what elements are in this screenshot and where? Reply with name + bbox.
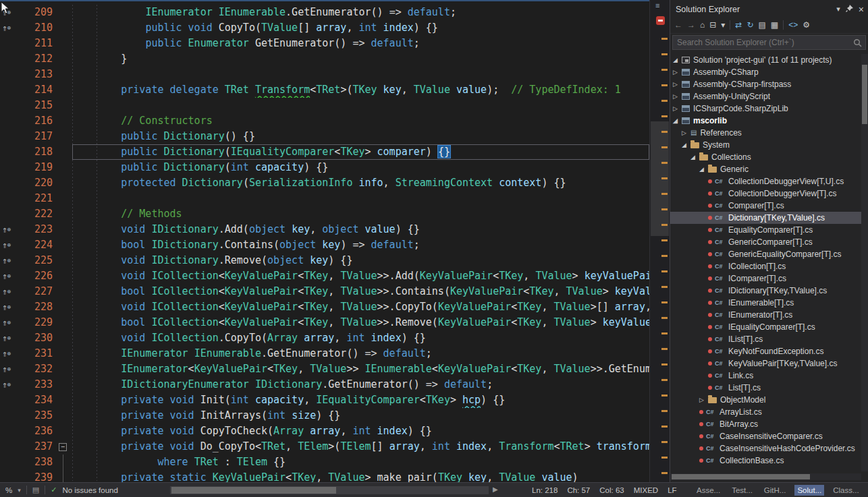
code-line[interactable]: 234 private void Init(int capacity, IEqu… bbox=[0, 392, 649, 408]
code-text[interactable]: } bbox=[72, 51, 649, 67]
line-number[interactable]: 231 bbox=[18, 346, 55, 361]
code-line[interactable]: 237− private void Do_CopyTo<TRet, TElem>… bbox=[0, 439, 649, 455]
tree-item[interactable]: C#Link.cs bbox=[670, 370, 868, 382]
glyph-margin[interactable] bbox=[0, 206, 18, 222]
line-number[interactable]: 215 bbox=[18, 98, 55, 113]
line-number[interactable]: 216 bbox=[18, 113, 55, 129]
tree-item[interactable]: C#GenericComparer[T].cs bbox=[670, 236, 868, 248]
tree-item[interactable]: ▷Assembly-CSharp-firstpass bbox=[670, 78, 868, 90]
pin-icon[interactable] bbox=[846, 5, 853, 13]
code-text[interactable]: void ICollection<KeyValuePair<TKey, TVal… bbox=[72, 299, 649, 315]
glyph-margin[interactable]: ⇑⊕ bbox=[0, 268, 18, 284]
tree-item[interactable]: C#IComparer[T].cs bbox=[670, 272, 868, 285]
tree-item[interactable]: ▷Assembly-CSharp bbox=[670, 66, 868, 78]
line-number[interactable]: 213 bbox=[18, 67, 55, 82]
copy-icon[interactable]: ▤ bbox=[758, 21, 765, 29]
glyph-margin[interactable] bbox=[0, 51, 18, 67]
code-text[interactable]: // Constructors bbox=[72, 113, 649, 129]
scrollbar-thumb[interactable] bbox=[171, 487, 336, 494]
glyph-margin[interactable]: ⇑⊕ bbox=[0, 222, 18, 237]
code-text[interactable]: private void Init(int capacity, IEqualit… bbox=[72, 392, 649, 408]
code-text[interactable]: public Dictionary(int capacity) {} bbox=[72, 160, 649, 175]
code-text[interactable]: private static KeyValuePair<TKey, TValue… bbox=[72, 470, 649, 482]
code-line[interactable]: ⇑⊕233 IDictionaryEnumerator IDictionary.… bbox=[0, 377, 649, 392]
code-text[interactable]: private void CopyToCheck(Array array, in… bbox=[72, 423, 649, 439]
code-text[interactable] bbox=[72, 67, 649, 82]
glyph-margin[interactable] bbox=[0, 191, 18, 206]
code-text[interactable]: private void InitArrays(int size) {} bbox=[72, 408, 649, 423]
expander-icon[interactable]: ▷ bbox=[673, 105, 682, 112]
code-text[interactable] bbox=[72, 98, 649, 113]
tree-item[interactable]: ▷References bbox=[670, 127, 868, 139]
tree-item[interactable]: C#CollectionDebuggerView[T,U].cs bbox=[670, 175, 868, 187]
expander-icon[interactable]: ▷ bbox=[673, 93, 682, 100]
code-text[interactable]: void IDictionary.Add(object key, object … bbox=[72, 222, 649, 237]
glyph-margin[interactable]: ⇑⊕ bbox=[0, 299, 18, 315]
line-number[interactable]: 217 bbox=[18, 129, 55, 144]
tree-item[interactable]: C#ICollection[T].cs bbox=[670, 260, 868, 272]
code-line[interactable]: ⇑⊕226 void ICollection<KeyValuePair<TKey… bbox=[0, 268, 649, 284]
tree-item[interactable]: C#KeyNotFoundException.cs bbox=[670, 345, 868, 357]
code-text[interactable]: public void CopyTo(TValue[] array, int i… bbox=[72, 20, 649, 36]
code-line[interactable]: 215 bbox=[0, 98, 649, 113]
collapse-region-icon[interactable]: − bbox=[59, 443, 67, 451]
code-line[interactable]: ⇑⊕232 IEnumerator<KeyValuePair<TKey, TVa… bbox=[0, 361, 649, 377]
code-line[interactable]: 235 private void InitArrays(int size) {} bbox=[0, 408, 649, 423]
code-text[interactable]: // Methods bbox=[72, 206, 649, 222]
char-indicator[interactable]: Ch: 57 bbox=[567, 486, 590, 494]
panel-title-bar[interactable]: Solution Explorer ▾ × bbox=[670, 0, 868, 17]
line-number[interactable]: 224 bbox=[18, 237, 55, 253]
glyph-margin[interactable]: ⇑⊕ bbox=[0, 253, 18, 268]
code-text[interactable]: public Dictionary(IEqualityComparer<TKey… bbox=[72, 144, 649, 160]
code-text[interactable] bbox=[72, 191, 649, 206]
expander-icon[interactable]: ◢ bbox=[673, 57, 682, 63]
glyph-margin[interactable] bbox=[0, 36, 18, 51]
panel-vertical-scrollbar[interactable] bbox=[861, 54, 868, 471]
glyph-margin[interactable]: ⇑⊕ bbox=[0, 330, 18, 346]
code-text[interactable]: IEnumerator IEnumerable.GetEnumerator() … bbox=[72, 346, 649, 361]
indentation-indicator[interactable]: MIXED bbox=[634, 486, 658, 494]
glyph-margin[interactable] bbox=[0, 113, 18, 129]
glyph-margin[interactable] bbox=[0, 144, 18, 160]
column-indicator[interactable]: Col: 63 bbox=[599, 486, 624, 494]
tree-item[interactable]: C#IList[T].cs bbox=[670, 333, 868, 345]
show-all-files-icon[interactable]: ▦ bbox=[771, 21, 778, 29]
line-number[interactable]: 239 bbox=[18, 470, 55, 482]
glyph-margin[interactable] bbox=[0, 408, 18, 423]
tree-item[interactable]: C#EqualityComparer[T].cs bbox=[670, 224, 868, 236]
scrollbar-thumb[interactable] bbox=[672, 474, 810, 479]
code-line[interactable]: 218 public Dictionary(IEqualityComparer<… bbox=[0, 144, 649, 160]
tree-item[interactable]: C#IDictionary[TKey,TValue].cs bbox=[670, 285, 868, 297]
code-text[interactable]: private void Do_CopyTo<TRet, TElem>(TEle… bbox=[72, 439, 649, 455]
window-position-icon[interactable]: ▾ bbox=[836, 5, 840, 13]
glyph-margin[interactable] bbox=[0, 455, 18, 470]
home-icon[interactable]: ⌂ bbox=[700, 21, 705, 29]
code-text[interactable]: void IDictionary.Remove(object key) {} bbox=[72, 253, 649, 268]
code-text[interactable]: public Enumerator GetEnumerator() => def… bbox=[72, 36, 649, 51]
glyph-margin[interactable]: ⇑⊕ bbox=[0, 377, 18, 392]
close-icon[interactable]: × bbox=[859, 4, 864, 15]
code-text[interactable]: public Dictionary() {} bbox=[72, 129, 649, 144]
line-indicator[interactable]: Ln: 218 bbox=[532, 486, 558, 494]
line-number[interactable]: 220 bbox=[18, 175, 55, 191]
tree-item[interactable]: ◢Solution 'project-gui' (11 of 11 projec… bbox=[670, 54, 868, 66]
properties-icon[interactable]: ⚙ bbox=[803, 21, 810, 29]
scroll-right-icon[interactable]: ▶ bbox=[493, 486, 498, 493]
scrollbar-thumb[interactable] bbox=[862, 65, 867, 124]
glyph-margin[interactable] bbox=[0, 82, 18, 98]
tree-item[interactable]: ▷ICSharpCode.SharpZipLib bbox=[670, 103, 868, 115]
tree-item[interactable]: ◢mscorlib bbox=[670, 115, 868, 127]
line-number[interactable]: 212 bbox=[18, 51, 55, 67]
code-text[interactable]: IEnumerator IEnumerable.GetEnumerator() … bbox=[72, 5, 649, 20]
glyph-margin[interactable] bbox=[0, 98, 18, 113]
code-line[interactable]: ⇑⊕224 bool IDictionary.Contains(object k… bbox=[0, 237, 649, 253]
panel-tab-class[interactable]: Class... bbox=[830, 485, 861, 496]
glyph-margin[interactable] bbox=[0, 470, 18, 482]
line-number[interactable]: 219 bbox=[18, 160, 55, 175]
code-text[interactable]: IEnumerator<KeyValuePair<TKey, TValue>> … bbox=[72, 361, 649, 377]
code-line[interactable]: ⇑⊕225 void IDictionary.Remove(object key… bbox=[0, 253, 649, 268]
code-text[interactable]: bool ICollection<KeyValuePair<TKey, TVal… bbox=[72, 315, 649, 330]
expander-icon[interactable]: ▷ bbox=[699, 397, 708, 403]
code-text[interactable]: bool IDictionary.Contains(object key) =>… bbox=[72, 237, 649, 253]
glyph-margin[interactable]: ⇑⊕ bbox=[0, 346, 18, 361]
